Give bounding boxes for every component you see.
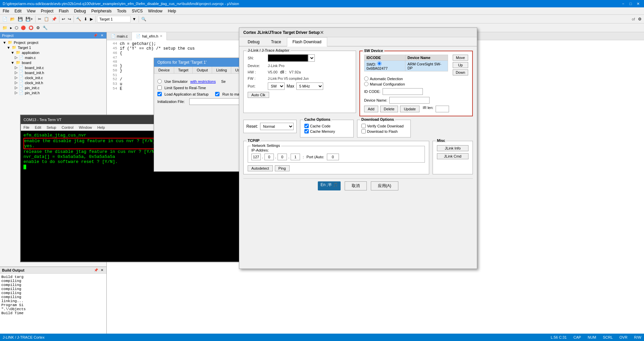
maximize-button[interactable]: □ [627,0,634,7]
tab-mainc[interactable]: 📄 main.c [107,32,132,40]
copy-btn[interactable]: 📋 [43,16,50,22]
apply-btn[interactable]: 应用(A) [371,181,398,190]
options-tab-listing[interactable]: Listing [212,67,231,73]
tree-item-clock-init-c[interactable]: ▷ 📄 clock_init.c [1,75,105,80]
tb2-btn2[interactable]: ▸ [9,25,13,31]
jlink-cmd-btn[interactable]: JLink Cmd [437,153,468,159]
delete-btn[interactable]: Delete [380,106,398,112]
restrictions-link[interactable]: with restrictions [190,79,216,83]
auto-detect-radio[interactable] [364,76,368,81]
jlink-dialog-close[interactable]: ✕ [320,30,324,35]
terminal-menu-help[interactable]: Help [95,125,108,129]
tb2-btn4[interactable]: 🔴 [20,25,27,31]
new-file-btn[interactable]: 📄 [1,16,8,22]
terminal-menu-setup[interactable]: Setup [44,125,59,129]
save-all-btn[interactable]: 💾+ [24,16,34,22]
ip-3[interactable] [278,154,287,160]
ip-2[interactable] [264,154,274,160]
build-output-close[interactable]: ✕ [100,268,104,273]
tb2-btn7[interactable]: 🔧 [42,25,49,31]
target-options-btn[interactable]: ▼ [131,16,137,22]
tree-item-application[interactable]: ▼ 📁 application [1,50,105,55]
limit-speed-checkbox[interactable] [157,86,162,90]
save-btn[interactable]: 💾 [17,16,24,22]
options-tab-output[interactable]: Output [193,67,212,73]
tab-hal-efm[interactable]: 📄 hal_efm.h ✕ [132,32,166,40]
use-simulator-radio[interactable] [157,79,162,83]
undo-btn[interactable]: ↩ [61,16,66,22]
terminal-menu-edit[interactable]: Edit [32,125,44,129]
down-btn[interactable]: Down [453,69,468,75]
tree-item-mainc[interactable]: ▷ 📄 main.c [1,55,105,60]
device-row[interactable]: SWD: 0x6BA02477 ARM CoreSight SW-DP [364,61,448,71]
jlink-info-btn[interactable]: JLink Info [437,145,468,151]
jlink-tab-debug[interactable]: Debug [242,37,265,47]
cancel-btn[interactable]: 取消 [345,181,367,190]
ping-btn[interactable]: Ping [275,165,290,171]
ip-1[interactable] [251,154,261,160]
cache-memory-checkbox[interactable] [304,129,309,133]
cache-code-checkbox[interactable] [304,124,309,128]
menu-file[interactable]: File [0,8,12,14]
menu-project[interactable]: Project [38,8,56,14]
terminal-menu-window[interactable]: Window [76,125,95,129]
menu-edit[interactable]: Edit [12,8,24,14]
menu-peripherals[interactable]: Peripherals [89,8,114,14]
build-output-pin[interactable]: 📌 [93,268,99,273]
terminal-menu-file[interactable]: File [21,125,32,129]
tree-item-board-init-c[interactable]: ▷ 📄 board_init.c [1,65,105,70]
tree-item-board[interactable]: ▼ 📁 board [1,60,105,65]
minimize-button[interactable]: − [620,0,627,7]
reset-select[interactable]: Normal HW RESET Soft Reset [260,123,294,130]
tab-close-icon[interactable]: ✕ [160,34,162,38]
tree-item-pin-init-h[interactable]: ▷ 📄 pin_init.h [1,90,105,95]
update-btn[interactable]: Update [400,106,419,112]
menu-view[interactable]: View [24,8,38,14]
port-input[interactable] [327,154,339,160]
sn-input[interactable] [268,54,308,62]
search-btn[interactable]: 🔍 [140,16,147,22]
jlink-tab-flash-download[interactable]: Flash Download [287,37,327,47]
max-freq-select[interactable]: 5 MHz 1 MHz [296,82,323,90]
download-to-flash-checkbox[interactable] [361,129,366,133]
ir-len-input[interactable] [436,106,449,112]
port-select[interactable]: SW JTAG [268,82,285,90]
debug-btn[interactable]: ▶ [89,16,94,22]
cut-btn[interactable]: ✂ [37,16,42,22]
close-button[interactable]: ✕ [635,0,641,7]
target-select[interactable] [97,16,131,22]
load-app-checkbox[interactable] [157,92,162,96]
up-btn[interactable]: Up [453,62,468,68]
load-btn[interactable]: ⬇ [83,16,88,22]
build-btn[interactable]: 🔨 [75,16,82,22]
menu-tools[interactable]: Tools [114,8,129,14]
tree-item-pin-init-c[interactable]: ▷ 📄 pin_init.c [1,85,105,90]
verify-code-checkbox[interactable] [361,124,366,128]
menu-debug[interactable]: Debug [71,8,89,14]
terminal-menu-control[interactable]: Control [59,125,76,129]
tb2-btn3[interactable]: ⬡ [14,25,19,31]
panel-pin-btn[interactable]: 📌 [92,33,98,38]
add-btn[interactable]: Add [364,106,378,112]
run-to-main-checkbox[interactable] [215,92,219,96]
open-btn[interactable]: 📂 [9,16,16,22]
tree-item-project[interactable]: ▼ 📁 Project: project [1,40,105,45]
manual-config-radio[interactable] [364,82,368,86]
jlink-tab-trace[interactable]: Trace [265,37,287,47]
ip-4[interactable] [291,154,300,160]
ime-indicator[interactable]: En ;半 🎵 [318,181,341,190]
tb2-btn1[interactable]: 📁 [1,25,8,31]
autodetect-btn[interactable]: Autodetect [248,165,273,171]
autoclk-btn[interactable]: Auto Clk [248,92,269,98]
paste-btn[interactable]: 📌 [51,16,58,22]
sn-dropdown[interactable]: ▼ [308,54,315,62]
swd-radio[interactable] [377,61,382,66]
menu-help[interactable]: Help [165,8,179,14]
redo-btn[interactable]: ↪ [67,16,72,22]
tb2-btn6[interactable]: ⚙ [35,25,41,31]
id-code-input[interactable] [383,88,423,95]
panel-close-btn[interactable]: ✕ [100,33,104,38]
menu-flash[interactable]: Flash [56,8,71,14]
options-tab-target[interactable]: Target [174,67,193,73]
options-tab-device[interactable]: Device [154,67,174,73]
